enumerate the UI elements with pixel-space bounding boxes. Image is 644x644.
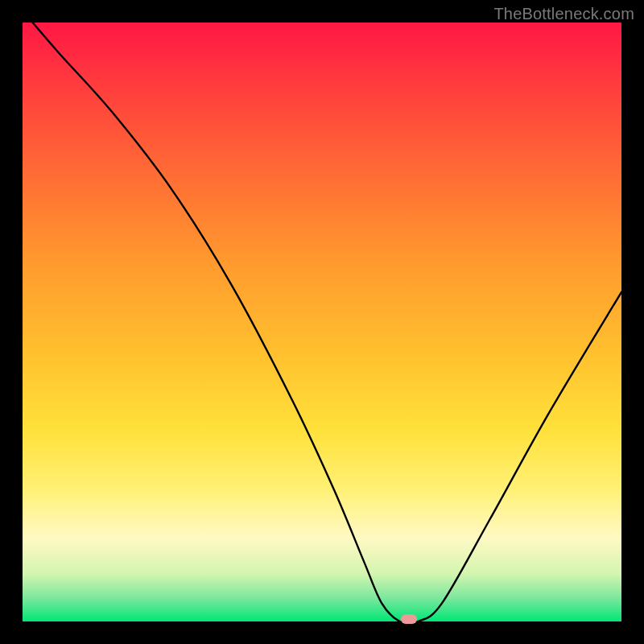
optimal-marker	[401, 614, 417, 624]
watermark-text: TheBottleneck.com	[493, 5, 634, 23]
plot-area	[23, 23, 621, 621]
chart-frame: TheBottleneck.com	[0, 0, 644, 644]
bottleneck-curve	[23, 23, 621, 621]
